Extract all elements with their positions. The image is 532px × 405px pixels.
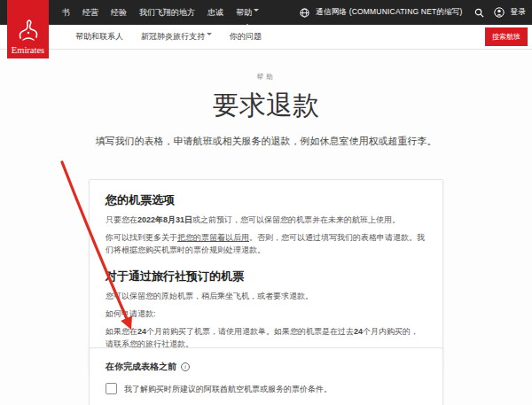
subnav-your-questions[interactable]: 你的问题: [230, 31, 262, 43]
search-flights-button[interactable]: 搜索航班: [485, 27, 528, 46]
ticket-options-heading: 您的机票选项: [106, 192, 426, 208]
ticket-options-paragraph-1: 只要您在2022年8月31日或之前预订，您可以保留您的机票并在未来的航班上使用。: [106, 214, 426, 227]
nav-item-experience[interactable]: 经验: [111, 0, 127, 27]
agent-tickets-paragraph-2: 如何申请退款:: [106, 308, 426, 321]
info-icon[interactable]: i: [181, 362, 190, 371]
globe-icon[interactable]: [300, 8, 309, 18]
emirates-logo[interactable]: Emirates: [7, 0, 49, 58]
text-fragment: 如果您在: [106, 327, 137, 336]
keep-ticket-link[interactable]: 把您的票留着以后用: [177, 233, 249, 242]
ticket-options-paragraph-2: 你可以找到更多关于把您的票留着以后用。否则，您可以通过填写我们的表格申请退款。我…: [106, 232, 426, 257]
emirates-calligraphy-icon: [17, 19, 40, 45]
bold-date: 2022年8月31日: [137, 215, 192, 224]
top-nav-menu: 书 经营 经验 我们飞翔的地方 忠诚 帮助: [62, 0, 259, 27]
hero-section: 帮助 要求退款 填写我们的表格，申请航班或相关服务的退款，例如休息室使用权或超重…: [0, 73, 532, 149]
locale-selector[interactable]: 通信网络 (COMMUNICATING NET的缩写): [316, 7, 462, 18]
fare-conditions-check-row: 我了解购买时所建议的阿联酋航空机票或服务的票价条件。: [106, 383, 426, 395]
text-fragment: 个月前购买了机票，请使用退款单。如果您的机票是在过去: [146, 327, 354, 336]
nav-item-manage[interactable]: 经营: [82, 0, 98, 27]
nav-item-book[interactable]: 书: [62, 0, 70, 27]
subnav-covid-travel-support[interactable]: 新冠肺炎旅行支持: [141, 31, 212, 43]
emirates-refund-page: 书 经营 经验 我们飞翔的地方 忠诚 帮助 通信网络 (COMMUNICATIN…: [0, 0, 532, 405]
text-fragment: 你可以找到更多关于: [106, 233, 177, 242]
bold-number: 24: [137, 327, 146, 336]
emirates-wordmark: Emirates: [12, 45, 44, 55]
chevron-down-icon: [207, 33, 212, 38]
text-fragment: 或之前预订，您可以保留您的机票并在未来的航班上使用。: [192, 215, 400, 224]
text-fragment: 只要您在: [106, 215, 137, 224]
bold-number: 24: [354, 327, 363, 336]
before-form-heading: 在你完成表格之前: [106, 361, 176, 373]
agent-tickets-heading: 对于通过旅行社预订的机票: [106, 269, 426, 284]
page-subtitle: 填写我们的表格，申请航班或相关服务的退款，例如休息室使用权或超重行李。: [80, 134, 452, 149]
secondary-navigation-bar: 帮助和联系人 新冠肺炎旅行支持 你的问题 搜索航班: [0, 25, 532, 50]
nav-item-loyalty[interactable]: 忠诚: [207, 0, 223, 27]
login-link[interactable]: 登录: [511, 7, 526, 18]
secondary-nav-menu: 帮助和联系人 新冠肺炎旅行支持 你的问题: [75, 31, 262, 43]
fare-conditions-label: 我了解购买时所建议的阿联酋航空机票或服务的票价条件。: [124, 383, 332, 395]
agent-tickets-paragraph-1: 您可以保留您的原始机票，稍后乘坐飞机，或者要求退款。: [106, 291, 426, 303]
subnav-covid-label: 新冠肺炎旅行支持: [141, 32, 205, 41]
hero-eyebrow: 帮助: [0, 73, 532, 82]
search-icon[interactable]: [474, 8, 484, 18]
before-form-heading-row: 在你完成表格之前 i: [106, 361, 426, 373]
user-icon[interactable]: [494, 7, 505, 18]
top-bar-right: 通信网络 (COMMUNICATING NET的缩写) 登录: [300, 7, 526, 18]
nav-item-help[interactable]: 帮助: [236, 0, 259, 27]
top-navigation-bar: 书 经营 经验 我们飞翔的地方 忠诚 帮助 通信网络 (COMMUNICATIN…: [0, 0, 532, 25]
before-form-card: 在你完成表格之前 i 我了解购买时所建议的阿联酋航空机票或服务的票价条件。: [89, 347, 443, 405]
nav-item-where-we-fly[interactable]: 我们飞翔的地方: [139, 0, 195, 27]
fare-conditions-checkbox[interactable]: [106, 383, 117, 394]
chevron-down-icon: [254, 9, 259, 14]
page-title: 要求退款: [0, 88, 532, 124]
nav-item-help-label: 帮助: [236, 8, 252, 17]
subnav-help-and-contacts[interactable]: 帮助和联系人: [75, 31, 123, 43]
ticket-options-card: 您的机票选项 只要您在2022年8月31日或之前预订，您可以保留您的机票并在未来…: [89, 179, 443, 370]
